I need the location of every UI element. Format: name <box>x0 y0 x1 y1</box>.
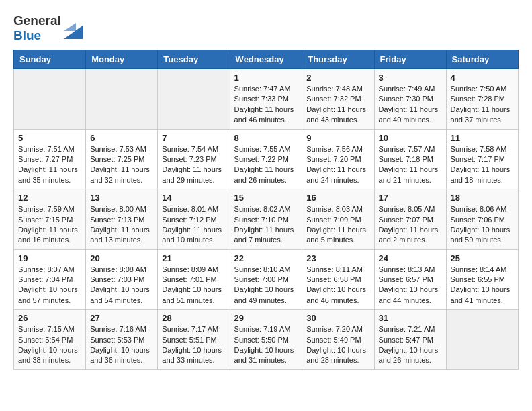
sunset-text: Sunset: 7:22 PM <box>234 155 289 163</box>
cell-content: Sunrise: 7:51 AMSunset: 7:27 PMDaylight:… <box>18 144 81 186</box>
header-wednesday: Wednesday <box>230 50 302 69</box>
calendar-cell: 17Sunrise: 8:05 AMSunset: 7:07 PMDayligh… <box>374 189 446 250</box>
daylight-text: Daylight: 11 hours and 5 minutes. <box>306 226 366 244</box>
day-number: 12 <box>18 193 81 203</box>
cell-content: Sunrise: 7:55 AMSunset: 7:22 PMDaylight:… <box>234 144 298 186</box>
logo-blue-text: Blue <box>13 28 61 43</box>
sunset-text: Sunset: 7:04 PM <box>18 275 73 283</box>
day-number: 22 <box>234 253 298 263</box>
day-number: 24 <box>379 253 442 263</box>
sunrise-text: Sunrise: 8:07 AM <box>18 265 75 273</box>
daylight-text: Daylight: 11 hours and 40 minutes. <box>379 105 439 124</box>
daylight-text: Daylight: 11 hours and 13 minutes. <box>90 226 150 244</box>
calendar-cell: 21Sunrise: 8:09 AMSunset: 7:01 PMDayligh… <box>158 249 230 310</box>
daylight-text: Daylight: 10 hours and 33 minutes. <box>162 346 222 364</box>
sunrise-text: Sunrise: 8:08 AM <box>90 265 146 273</box>
calendar-cell: 14Sunrise: 8:01 AMSunset: 7:12 PMDayligh… <box>158 189 230 250</box>
calendar-cell: 5Sunrise: 7:51 AMSunset: 7:27 PMDaylight… <box>14 129 86 189</box>
daylight-text: Daylight: 10 hours and 38 minutes. <box>18 346 78 364</box>
sunrise-text: Sunrise: 8:13 AM <box>379 265 435 273</box>
sunset-text: Sunset: 7:13 PM <box>90 216 144 224</box>
daylight-text: Daylight: 10 hours and 54 minutes. <box>90 285 150 304</box>
calendar-cell <box>86 69 158 130</box>
sunset-text: Sunset: 6:58 PM <box>306 275 361 283</box>
cell-content: Sunrise: 8:11 AMSunset: 6:58 PMDaylight:… <box>306 265 369 306</box>
day-number: 26 <box>18 313 81 323</box>
day-number: 29 <box>234 313 298 323</box>
cell-content: Sunrise: 8:06 AMSunset: 7:06 PMDaylight:… <box>451 204 514 246</box>
sunset-text: Sunset: 7:27 PM <box>18 155 73 163</box>
cell-content: Sunrise: 8:00 AMSunset: 7:13 PMDaylight:… <box>90 204 153 246</box>
daylight-text: Daylight: 10 hours and 44 minutes. <box>379 285 439 304</box>
cell-content: Sunrise: 7:53 AMSunset: 7:25 PMDaylight:… <box>90 144 153 186</box>
sunset-text: Sunset: 7:09 PM <box>306 216 361 224</box>
daylight-text: Daylight: 11 hours and 37 minutes. <box>451 105 511 124</box>
cell-content: Sunrise: 7:19 AMSunset: 5:50 PMDaylight:… <box>234 324 298 366</box>
cell-content: Sunrise: 7:56 AMSunset: 7:20 PMDaylight:… <box>306 144 369 186</box>
sunrise-text: Sunrise: 7:58 AM <box>451 145 507 153</box>
sunset-text: Sunset: 7:33 PM <box>234 95 289 103</box>
calendar-cell: 6Sunrise: 7:53 AMSunset: 7:25 PMDaylight… <box>86 129 158 189</box>
sunset-text: Sunset: 7:12 PM <box>162 216 216 224</box>
calendar-cell: 12Sunrise: 7:59 AMSunset: 7:15 PMDayligh… <box>14 189 86 250</box>
daylight-text: Daylight: 10 hours and 26 minutes. <box>379 346 439 364</box>
calendar-cell: 2Sunrise: 7:48 AMSunset: 7:32 PMDaylight… <box>302 69 374 130</box>
calendar-table: SundayMondayTuesdayWednesdayThursdayFrid… <box>13 50 519 370</box>
sunset-text: Sunset: 7:32 PM <box>306 95 361 103</box>
sunrise-text: Sunrise: 8:02 AM <box>234 205 291 213</box>
daylight-text: Daylight: 11 hours and 24 minutes. <box>306 165 366 183</box>
sunset-text: Sunset: 7:10 PM <box>234 216 289 224</box>
sunrise-text: Sunrise: 7:47 AM <box>234 85 291 93</box>
cell-content: Sunrise: 7:21 AMSunset: 5:47 PMDaylight:… <box>379 324 442 366</box>
day-number: 25 <box>451 253 514 263</box>
calendar-cell <box>446 310 518 370</box>
sunset-text: Sunset: 7:03 PM <box>90 275 144 283</box>
calendar-cell: 11Sunrise: 7:58 AMSunset: 7:17 PMDayligh… <box>446 129 518 189</box>
calendar-week-2: 5Sunrise: 7:51 AMSunset: 7:27 PMDaylight… <box>14 129 519 189</box>
daylight-text: Daylight: 10 hours and 28 minutes. <box>306 346 366 364</box>
daylight-text: Daylight: 11 hours and 7 minutes. <box>234 226 294 244</box>
calendar-header-row: SundayMondayTuesdayWednesdayThursdayFrid… <box>14 50 519 69</box>
daylight-text: Daylight: 11 hours and 43 minutes. <box>306 105 366 124</box>
daylight-text: Daylight: 10 hours and 49 minutes. <box>234 285 294 304</box>
sunset-text: Sunset: 7:20 PM <box>306 155 361 163</box>
sunrise-text: Sunrise: 8:00 AM <box>90 205 146 213</box>
calendar-cell: 19Sunrise: 8:07 AMSunset: 7:04 PMDayligh… <box>14 249 86 310</box>
day-number: 19 <box>18 253 81 263</box>
daylight-text: Daylight: 10 hours and 46 minutes. <box>306 285 366 304</box>
calendar-cell: 13Sunrise: 8:00 AMSunset: 7:13 PMDayligh… <box>86 189 158 250</box>
header-saturday: Saturday <box>446 50 518 69</box>
day-number: 8 <box>234 133 298 143</box>
calendar-cell: 29Sunrise: 7:19 AMSunset: 5:50 PMDayligh… <box>230 310 302 370</box>
sunrise-text: Sunrise: 8:09 AM <box>162 265 218 273</box>
day-number: 9 <box>306 133 369 143</box>
day-number: 15 <box>234 193 298 203</box>
cell-content: Sunrise: 8:03 AMSunset: 7:09 PMDaylight:… <box>306 204 369 246</box>
cell-content: Sunrise: 7:50 AMSunset: 7:28 PMDaylight:… <box>451 84 514 126</box>
calendar-cell: 20Sunrise: 8:08 AMSunset: 7:03 PMDayligh… <box>86 249 158 310</box>
calendar-cell: 23Sunrise: 8:11 AMSunset: 6:58 PMDayligh… <box>302 249 374 310</box>
calendar-week-4: 19Sunrise: 8:07 AMSunset: 7:04 PMDayligh… <box>14 249 519 310</box>
calendar-cell: 18Sunrise: 8:06 AMSunset: 7:06 PMDayligh… <box>446 189 518 250</box>
daylight-text: Daylight: 11 hours and 29 minutes. <box>162 165 222 183</box>
sunrise-text: Sunrise: 7:49 AM <box>379 85 435 93</box>
sunset-text: Sunset: 7:23 PM <box>162 155 216 163</box>
sunset-text: Sunset: 6:55 PM <box>451 275 505 283</box>
sunset-text: Sunset: 7:07 PM <box>379 216 433 224</box>
daylight-text: Daylight: 11 hours and 46 minutes. <box>234 105 294 124</box>
calendar-cell <box>14 69 86 130</box>
cell-content: Sunrise: 8:13 AMSunset: 6:57 PMDaylight:… <box>379 265 442 306</box>
day-number: 20 <box>90 253 153 263</box>
cell-content: Sunrise: 8:02 AMSunset: 7:10 PMDaylight:… <box>234 204 298 246</box>
sunset-text: Sunset: 5:53 PM <box>90 336 144 344</box>
page-header: General Blue <box>13 13 519 43</box>
sunrise-text: Sunrise: 8:11 AM <box>306 265 363 273</box>
cell-content: Sunrise: 7:58 AMSunset: 7:17 PMDaylight:… <box>451 144 514 186</box>
calendar-cell: 31Sunrise: 7:21 AMSunset: 5:47 PMDayligh… <box>374 310 446 370</box>
sunset-text: Sunset: 7:15 PM <box>18 216 73 224</box>
daylight-text: Daylight: 11 hours and 10 minutes. <box>162 226 222 244</box>
day-number: 3 <box>379 73 442 83</box>
header-monday: Monday <box>86 50 158 69</box>
sunset-text: Sunset: 7:01 PM <box>162 275 216 283</box>
calendar-week-3: 12Sunrise: 7:59 AMSunset: 7:15 PMDayligh… <box>14 189 519 250</box>
